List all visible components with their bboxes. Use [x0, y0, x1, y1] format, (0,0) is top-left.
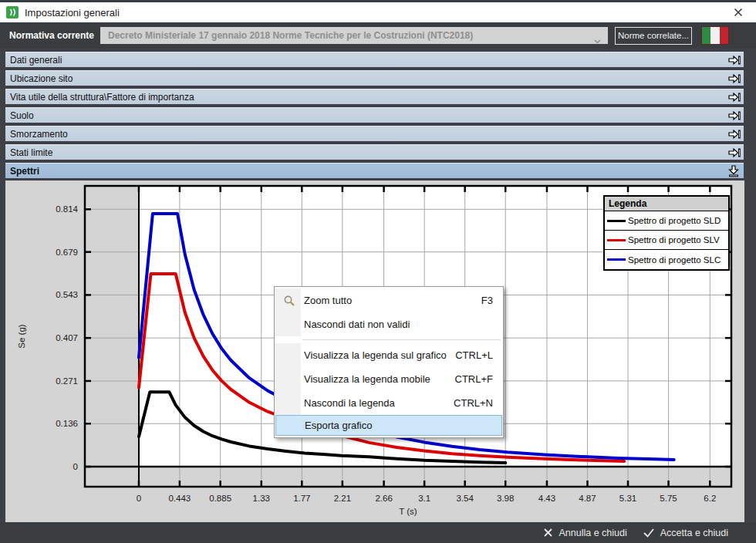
svg-text:0.136: 0.136 [56, 419, 78, 428]
svg-text:4.43: 4.43 [538, 494, 555, 503]
svg-text:2.66: 2.66 [375, 494, 392, 503]
close-button[interactable] [727, 4, 750, 21]
chart-context-menu: Zoom tuttoF3Nascondi dati non validiVisu… [274, 286, 504, 438]
collapse-section-icon[interactable] [726, 164, 741, 177]
accordion-row-label: Smorzamento [10, 129, 68, 140]
menu-item-label: Nascondi la legenda [304, 397, 454, 409]
menu-item-visualizza-la-legenda-sul-grafico[interactable]: Visualizza la legenda sul graficoCTRL+L [275, 343, 503, 367]
y-axis-label: Se (g) [17, 324, 26, 348]
menu-item-label: Zoom tutto [304, 295, 481, 306]
accordion-row-label: Suolo [10, 110, 34, 121]
menu-item-shortcut: CTRL+L [455, 349, 493, 361]
svg-text:3.98: 3.98 [497, 494, 514, 503]
legend-entry-spettro-di-progetto-slc: Spettro di progetto SLC [605, 250, 728, 269]
normativa-bar: Normativa corrente Decreto Ministeriale … [0, 22, 756, 49]
cancel-x-icon [543, 528, 553, 538]
chart-legend: Legenda Spettro di progetto SLDSpettro d… [603, 195, 730, 271]
menu-item-label: Nascondi dati non validi [304, 319, 503, 330]
expand-section-icon[interactable] [726, 109, 741, 122]
italy-flag-icon [701, 26, 729, 45]
accordion-row-smorzamento[interactable]: Smorzamento [5, 126, 744, 141]
svg-text:0: 0 [137, 494, 141, 503]
normativa-label: Normativa corrente [9, 30, 100, 41]
menu-separator [302, 339, 501, 340]
accordion-row-stati-limite[interactable]: Stati limite [5, 144, 744, 160]
legend-title: Legenda [605, 197, 728, 211]
app-icon [6, 6, 19, 19]
legend-entry-spettro-di-progetto-sld: Spettro di progetto SLD [605, 211, 728, 231]
footer-bar: Annulla e chiudi Accetta e chiudi [0, 522, 756, 543]
menu-item-shortcut: CTRL+F [455, 373, 493, 385]
svg-text:0.543: 0.543 [56, 290, 78, 299]
expand-section-icon[interactable] [726, 53, 741, 66]
legend-line-swatch [607, 220, 626, 222]
expand-section-icon[interactable] [726, 90, 741, 103]
menu-item-label: Esporta grafico [305, 420, 502, 431]
svg-text:0.885: 0.885 [209, 494, 231, 503]
svg-text:5.75: 5.75 [660, 494, 677, 503]
accordion-row-vita-utile-della-struttura-fattore-di-importanza[interactable]: Vita utile della struttura\Fattore di im… [5, 89, 744, 104]
accordion: Dati generaliUbicazione sitoVita utile d… [0, 49, 756, 178]
menu-item-shortcut: CTRL+N [454, 397, 493, 409]
legend-entry-label: Spettro di progetto SLC [628, 255, 721, 265]
expand-section-icon[interactable] [726, 146, 741, 159]
svg-text:1.33: 1.33 [253, 494, 270, 503]
svg-text:0.679: 0.679 [56, 248, 78, 257]
legend-line-swatch [607, 239, 626, 241]
x-axis-label: T (s) [399, 507, 417, 516]
svg-text:2.21: 2.21 [334, 494, 351, 503]
accept-label: Accetta e chiudi [660, 528, 728, 538]
svg-text:3.54: 3.54 [456, 494, 474, 503]
accordion-row-label: Dati generali [10, 55, 62, 66]
svg-text:5.31: 5.31 [619, 494, 636, 503]
norme-correlate-button[interactable]: Norme correlate... [615, 27, 692, 45]
legend-entry-label: Spettro di progetto SLD [628, 216, 721, 225]
svg-text:4.87: 4.87 [579, 494, 596, 503]
accept-and-close-button[interactable]: Accetta e chiudi [643, 528, 728, 538]
svg-text:1.77: 1.77 [293, 494, 310, 503]
close-icon [734, 8, 743, 17]
svg-text:0.271: 0.271 [56, 376, 78, 386]
svg-text:0.814: 0.814 [56, 204, 78, 214]
svg-text:0: 0 [73, 462, 78, 471]
accordion-row-ubicazione-sito[interactable]: Ubicazione sito [5, 70, 744, 86]
accordion-row-spettri[interactable]: Spettri [5, 163, 744, 178]
svg-text:3.1: 3.1 [418, 494, 430, 503]
svg-text:0.407: 0.407 [56, 333, 78, 342]
menu-item-visualizza-la-legenda-mobile[interactable]: Visualizza la legenda mobileCTRL+F [275, 367, 503, 391]
legend-entry-label: Spettro di progetto SLV [628, 235, 720, 245]
title-bar: Impostazioni generali [0, 2, 756, 22]
accordion-row-label: Vita utile della struttura\Fattore di im… [10, 92, 194, 103]
expand-section-icon[interactable] [726, 127, 741, 140]
menu-item-nascondi-la-legenda[interactable]: Nascondi la legendaCTRL+N [275, 391, 503, 415]
normativa-value: Decreto Ministeriale 17 gennaio 2018 Nor… [108, 30, 473, 41]
cancel-label: Annulla e chiudi [559, 528, 626, 538]
accordion-row-label: Stati limite [10, 147, 52, 158]
accordion-row-label: Spettri [10, 166, 39, 177]
menu-item-shortcut: F3 [481, 295, 493, 306]
menu-item-esporta-grafico[interactable]: Esporta grafico [275, 415, 502, 436]
window-title: Impostazioni generali [25, 7, 120, 19]
settings-dialog: Impostazioni generali Normativa corrente… [0, 0, 756, 543]
chevron-down-icon [594, 33, 601, 47]
accept-check-icon [643, 528, 655, 538]
magnifier-icon [275, 295, 304, 307]
normativa-dropdown[interactable]: Decreto Ministeriale 17 gennaio 2018 Nor… [100, 27, 608, 44]
expand-section-icon[interactable] [726, 72, 741, 85]
svg-text:6.2: 6.2 [704, 494, 716, 503]
menu-item-zoom-tutto[interactable]: Zoom tuttoF3 [275, 288, 503, 312]
cancel-and-close-button[interactable]: Annulla e chiudi [543, 528, 626, 538]
accordion-row-suolo[interactable]: Suolo [5, 107, 744, 123]
accordion-row-dati-generali[interactable]: Dati generali [5, 52, 744, 67]
menu-item-label: Visualizza la legenda sul grafico [304, 349, 455, 361]
menu-item-nascondi-dati-non-validi[interactable]: Nascondi dati non validi [275, 312, 503, 336]
menu-item-label: Visualizza la legenda mobile [304, 373, 455, 385]
accordion-row-label: Ubicazione sito [10, 73, 73, 84]
legend-line-swatch [607, 258, 626, 261]
legend-entry-spettro-di-progetto-slv: Spettro di progetto SLV [605, 231, 728, 250]
svg-text:0.443: 0.443 [168, 494, 191, 503]
